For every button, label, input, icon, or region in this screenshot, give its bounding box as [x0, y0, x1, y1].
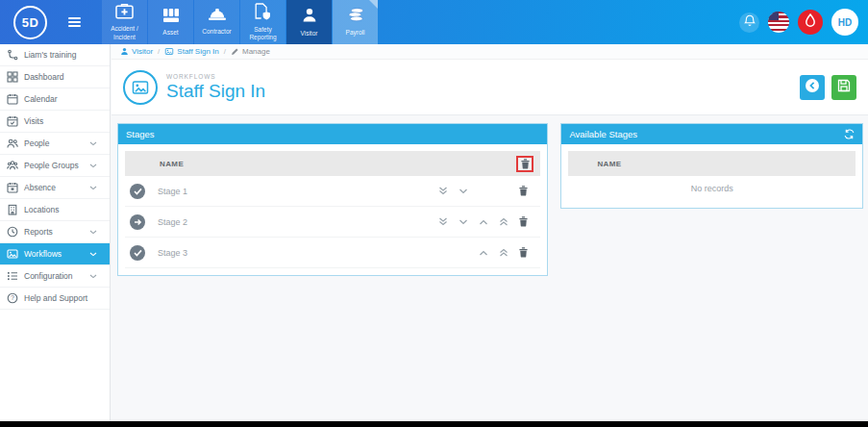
image-icon	[164, 47, 174, 56]
hard-hat-icon	[208, 8, 227, 26]
app-logo[interactable]: 5D	[13, 6, 47, 39]
sidebar-item-calendar[interactable]: Calendar	[0, 88, 110, 111]
tab-asset[interactable]: Asset	[148, 0, 193, 44]
available-stages-panel: Available Stages NAME No records	[560, 123, 863, 209]
move-to-top-icon[interactable]	[493, 213, 513, 232]
trash-icon	[521, 159, 530, 169]
delete-stage-icon[interactable]	[513, 213, 533, 232]
sidebar-item-label: People Groups	[24, 161, 79, 170]
sidebar-item-liams-training[interactable]: Liam's training	[0, 44, 110, 66]
people-icon	[7, 138, 18, 149]
sidebar-item-label: Workflows	[24, 249, 62, 259]
dashboard-grid-icon	[7, 71, 18, 83]
stages-panel-header: Stages	[118, 124, 547, 144]
list-icon	[7, 270, 18, 282]
page-category: WORKFLOWS	[166, 73, 265, 80]
check-circle-icon	[130, 245, 145, 261]
move-to-top-icon[interactable]	[493, 243, 513, 263]
move-down-icon[interactable]	[453, 213, 473, 232]
tab-label: Visitor	[301, 30, 318, 38]
breadcrumb-separator: /	[158, 47, 160, 56]
tab-payroll[interactable]: Payroll	[333, 0, 378, 44]
image-icon	[7, 248, 18, 260]
tab-label: Contractor	[202, 28, 231, 36]
move-to-bottom-icon[interactable]	[433, 182, 453, 201]
stages-panel: Stages NAME Stage 1	[117, 123, 548, 276]
sidebar-item-people[interactable]: People	[0, 133, 110, 155]
sidebar-item-label: People	[24, 138, 49, 148]
tab-visitor[interactable]: Visitor	[286, 0, 332, 44]
person-icon	[120, 47, 129, 56]
chevron-down-icon	[89, 163, 97, 168]
move-up-icon[interactable]	[473, 243, 493, 263]
name-column-header: NAME	[597, 160, 621, 168]
menu-hamburger-icon[interactable]	[68, 17, 81, 27]
user-avatar[interactable]: HD	[831, 9, 858, 36]
module-tabs: Accident / Incident Asset Contractor Saf…	[102, 0, 379, 44]
avatar-initials: HD	[838, 17, 852, 28]
chevron-down-icon	[89, 230, 97, 235]
sidebar-item-locations[interactable]: Locations	[0, 199, 110, 221]
topbar: 5D Accident / Incident Asset Contractor	[0, 0, 868, 44]
breadcrumb-separator: /	[224, 47, 226, 56]
topbar-right: HD	[739, 9, 858, 36]
sidebar-item-label: Absence	[24, 183, 56, 192]
breadcrumb-staff-sign-in[interactable]: Staff Sign In	[164, 47, 218, 56]
page-header: WORKFLOWS Staff Sign In	[112, 60, 868, 115]
image-circle-icon	[123, 70, 158, 105]
bottom-bar	[0, 421, 868, 427]
tab-label: Payroll	[346, 29, 365, 37]
delete-all-button[interactable]	[516, 156, 533, 172]
save-button[interactable]	[831, 75, 856, 100]
document-shield-icon	[255, 3, 271, 24]
coins-icon	[347, 8, 364, 27]
delete-stage-icon[interactable]	[513, 243, 533, 263]
check-circle-icon	[130, 184, 145, 199]
building-icon	[7, 204, 18, 215]
move-down-icon[interactable]	[453, 182, 473, 201]
alert-button[interactable]	[798, 10, 823, 35]
droplet-icon	[805, 13, 816, 31]
name-column-header: NAME	[160, 160, 184, 168]
branch-icon	[7, 49, 18, 61]
us-flag-icon[interactable]	[768, 12, 789, 33]
empty-slot	[493, 182, 513, 201]
chevron-down-icon	[89, 252, 97, 257]
back-button[interactable]	[800, 75, 825, 100]
sidebar-item-reports[interactable]: Reports	[0, 221, 110, 243]
tab-contractor[interactable]: Contractor	[194, 0, 239, 44]
delete-stage-icon[interactable]	[513, 182, 533, 201]
calendar-check-icon	[7, 115, 18, 127]
move-up-icon[interactable]	[473, 213, 493, 232]
arrow-left-circle-icon	[805, 78, 820, 96]
sidebar-item-label: Configuration	[24, 271, 73, 281]
sidebar-item-configuration[interactable]: Configuration	[0, 265, 110, 288]
pencil-icon	[231, 47, 239, 56]
stages-panel-title: Stages	[126, 129, 155, 139]
stage-name: Stage 3	[158, 248, 187, 258]
first-aid-kit-icon	[115, 3, 134, 23]
breadcrumb-label: Visitor	[132, 47, 153, 56]
sidebar-item-people-groups[interactable]: People Groups	[0, 155, 110, 177]
breadcrumb: Visitor / Staff Sign In / Manage	[112, 44, 868, 60]
sidebar-item-label: Liam's training	[24, 50, 77, 60]
move-to-bottom-icon[interactable]	[433, 213, 453, 232]
sidebar-item-help-support[interactable]: ? Help and Support	[0, 288, 110, 310]
sidebar-item-workflows[interactable]: Workflows	[0, 243, 110, 265]
stage-name: Stage 2	[158, 217, 187, 227]
breadcrumb-label: Manage	[242, 47, 270, 56]
sidebar-item-dashboard[interactable]: Dashboard	[0, 66, 110, 88]
asset-blocks-icon	[162, 8, 180, 27]
refresh-button[interactable]	[844, 129, 855, 139]
sidebar-item-visits[interactable]: Visits	[0, 111, 110, 133]
sidebar-item-label: Dashboard	[24, 72, 64, 82]
notifications-button[interactable]	[739, 13, 759, 33]
tab-accident-incident[interactable]: Accident / Incident	[102, 0, 147, 44]
bell-icon	[744, 13, 756, 31]
breadcrumb-visitor[interactable]: Visitor	[120, 47, 153, 56]
sidebar-item-absence[interactable]: Absence	[0, 177, 110, 199]
tab-safety-reporting[interactable]: Safety Reporting	[240, 0, 285, 44]
available-table-header: NAME	[568, 151, 856, 176]
save-disk-icon	[837, 79, 851, 95]
available-stages-title: Available Stages	[569, 129, 637, 139]
